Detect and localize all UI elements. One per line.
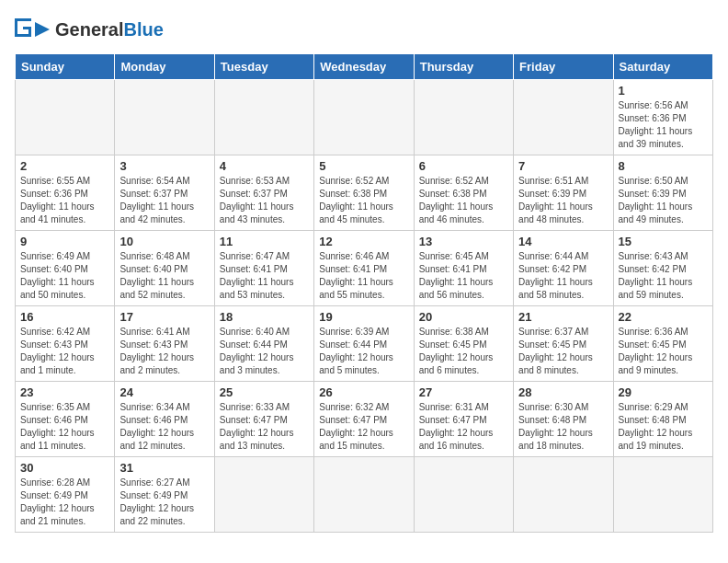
calendar-cell: 26Sunrise: 6:32 AM Sunset: 6:47 PM Dayli… — [314, 382, 414, 457]
weekday-header-wednesday: Wednesday — [314, 54, 414, 80]
page-header: GeneralBlue — [15, 15, 713, 44]
day-number: 11 — [220, 235, 309, 248]
day-number: 6 — [419, 159, 508, 173]
calendar-cell: 1Sunrise: 6:56 AM Sunset: 6:36 PM Daylig… — [613, 80, 712, 155]
day-info: Sunrise: 6:40 AM Sunset: 6:44 PM Dayligh… — [220, 326, 309, 377]
day-number: 28 — [518, 385, 608, 399]
day-info: Sunrise: 6:38 AM Sunset: 6:45 PM Dayligh… — [419, 326, 508, 377]
calendar-cell — [214, 457, 313, 533]
day-info: Sunrise: 6:28 AM Sunset: 6:49 PM Dayligh… — [20, 477, 109, 528]
calendar-cell — [613, 457, 712, 533]
day-info: Sunrise: 6:54 AM Sunset: 6:37 PM Dayligh… — [119, 175, 209, 226]
calendar-cell — [115, 80, 214, 155]
calendar-cell: 2Sunrise: 6:55 AM Sunset: 6:36 PM Daylig… — [16, 155, 115, 231]
day-info: Sunrise: 6:44 AM Sunset: 6:42 PM Dayligh… — [518, 250, 608, 302]
day-number: 27 — [419, 385, 508, 399]
day-info: Sunrise: 6:32 AM Sunset: 6:47 PM Dayligh… — [319, 401, 408, 453]
day-number: 29 — [619, 385, 708, 399]
day-number: 22 — [619, 310, 708, 324]
day-number: 14 — [518, 235, 608, 248]
day-number: 4 — [220, 159, 309, 173]
day-number: 2 — [20, 159, 109, 173]
day-number: 10 — [119, 235, 209, 248]
calendar-cell: 5Sunrise: 6:52 AM Sunset: 6:38 PM Daylig… — [314, 155, 414, 231]
calendar-cell: 24Sunrise: 6:34 AM Sunset: 6:46 PM Dayli… — [115, 382, 214, 457]
weekday-header-friday: Friday — [514, 54, 613, 80]
day-number: 24 — [119, 385, 209, 399]
day-info: Sunrise: 6:46 AM Sunset: 6:41 PM Dayligh… — [319, 250, 408, 302]
calendar-cell — [514, 457, 613, 533]
calendar-cell: 19Sunrise: 6:39 AM Sunset: 6:44 PM Dayli… — [314, 306, 414, 382]
calendar-cell — [314, 457, 414, 533]
day-info: Sunrise: 6:51 AM Sunset: 6:39 PM Dayligh… — [518, 175, 608, 226]
day-number: 23 — [20, 385, 109, 399]
day-number: 17 — [119, 310, 209, 324]
calendar-cell: 30Sunrise: 6:28 AM Sunset: 6:49 PM Dayli… — [16, 457, 115, 533]
day-number: 31 — [119, 461, 209, 475]
calendar-cell: 6Sunrise: 6:52 AM Sunset: 6:38 PM Daylig… — [414, 155, 513, 231]
calendar-cell: 14Sunrise: 6:44 AM Sunset: 6:42 PM Dayli… — [514, 231, 613, 306]
calendar-cell: 20Sunrise: 6:38 AM Sunset: 6:45 PM Dayli… — [414, 306, 513, 382]
day-number: 9 — [20, 235, 109, 248]
weekday-header-saturday: Saturday — [613, 54, 712, 80]
week-row-1: 2Sunrise: 6:55 AM Sunset: 6:36 PM Daylig… — [16, 155, 713, 231]
day-info: Sunrise: 6:55 AM Sunset: 6:36 PM Dayligh… — [20, 175, 109, 226]
day-number: 30 — [20, 461, 109, 475]
calendar-cell: 23Sunrise: 6:35 AM Sunset: 6:46 PM Dayli… — [16, 382, 115, 457]
day-number: 7 — [518, 159, 608, 173]
day-info: Sunrise: 6:53 AM Sunset: 6:37 PM Dayligh… — [220, 175, 309, 226]
logo-general: General — [55, 19, 123, 40]
day-info: Sunrise: 6:30 AM Sunset: 6:48 PM Dayligh… — [518, 401, 608, 453]
calendar-cell: 13Sunrise: 6:45 AM Sunset: 6:41 PM Dayli… — [414, 231, 513, 306]
svg-rect-4 — [28, 27, 31, 37]
day-number: 3 — [119, 159, 209, 173]
day-info: Sunrise: 6:56 AM Sunset: 6:36 PM Dayligh… — [619, 99, 708, 151]
day-number: 26 — [319, 385, 408, 399]
day-info: Sunrise: 6:47 AM Sunset: 6:41 PM Dayligh… — [220, 250, 309, 302]
calendar-cell: 21Sunrise: 6:37 AM Sunset: 6:45 PM Dayli… — [514, 306, 613, 382]
calendar-cell: 7Sunrise: 6:51 AM Sunset: 6:39 PM Daylig… — [514, 155, 613, 231]
day-info: Sunrise: 6:33 AM Sunset: 6:47 PM Dayligh… — [220, 401, 309, 453]
calendar-cell: 15Sunrise: 6:43 AM Sunset: 6:42 PM Dayli… — [613, 231, 712, 306]
day-number: 16 — [20, 310, 109, 324]
week-row-3: 16Sunrise: 6:42 AM Sunset: 6:43 PM Dayli… — [16, 306, 713, 382]
calendar-cell — [514, 80, 613, 155]
calendar-cell: 17Sunrise: 6:41 AM Sunset: 6:43 PM Dayli… — [115, 306, 214, 382]
day-info: Sunrise: 6:50 AM Sunset: 6:39 PM Dayligh… — [619, 175, 708, 226]
logo: GeneralBlue — [15, 15, 164, 44]
calendar-cell: 8Sunrise: 6:50 AM Sunset: 6:39 PM Daylig… — [613, 155, 712, 231]
calendar-cell: 27Sunrise: 6:31 AM Sunset: 6:47 PM Dayli… — [414, 382, 513, 457]
day-info: Sunrise: 6:52 AM Sunset: 6:38 PM Dayligh… — [319, 175, 408, 226]
day-info: Sunrise: 6:36 AM Sunset: 6:45 PM Dayligh… — [619, 326, 708, 377]
calendar-cell — [414, 80, 513, 155]
day-number: 19 — [319, 310, 408, 324]
svg-marker-5 — [35, 22, 50, 37]
day-info: Sunrise: 6:41 AM Sunset: 6:43 PM Dayligh… — [119, 326, 209, 377]
day-info: Sunrise: 6:27 AM Sunset: 6:49 PM Dayligh… — [119, 477, 209, 528]
logo-blue: Blue — [123, 19, 163, 40]
day-info: Sunrise: 6:52 AM Sunset: 6:38 PM Dayligh… — [419, 175, 508, 226]
calendar-cell: 11Sunrise: 6:47 AM Sunset: 6:41 PM Dayli… — [214, 231, 313, 306]
calendar-cell: 9Sunrise: 6:49 AM Sunset: 6:40 PM Daylig… — [16, 231, 115, 306]
calendar-cell: 25Sunrise: 6:33 AM Sunset: 6:47 PM Dayli… — [214, 382, 313, 457]
logo-text-area: GeneralBlue — [55, 19, 164, 40]
day-number: 15 — [619, 235, 708, 248]
weekday-header-row: SundayMondayTuesdayWednesdayThursdayFrid… — [16, 54, 713, 80]
day-info: Sunrise: 6:39 AM Sunset: 6:44 PM Dayligh… — [319, 326, 408, 377]
day-number: 20 — [419, 310, 508, 324]
calendar-cell — [314, 80, 414, 155]
day-info: Sunrise: 6:35 AM Sunset: 6:46 PM Dayligh… — [20, 401, 109, 453]
calendar-cell: 10Sunrise: 6:48 AM Sunset: 6:40 PM Dayli… — [115, 231, 214, 306]
calendar-cell: 22Sunrise: 6:36 AM Sunset: 6:45 PM Dayli… — [613, 306, 712, 382]
day-info: Sunrise: 6:37 AM Sunset: 6:45 PM Dayligh… — [518, 326, 608, 377]
weekday-header-sunday: Sunday — [16, 54, 115, 80]
day-number: 18 — [220, 310, 309, 324]
logo-svg-icon — [15, 15, 51, 44]
week-row-0: 1Sunrise: 6:56 AM Sunset: 6:36 PM Daylig… — [16, 80, 713, 155]
calendar-cell: 28Sunrise: 6:30 AM Sunset: 6:48 PM Dayli… — [514, 382, 613, 457]
day-number: 25 — [220, 385, 309, 399]
week-row-4: 23Sunrise: 6:35 AM Sunset: 6:46 PM Dayli… — [16, 382, 713, 457]
calendar-cell: 12Sunrise: 6:46 AM Sunset: 6:41 PM Dayli… — [314, 231, 414, 306]
calendar-cell: 31Sunrise: 6:27 AM Sunset: 6:49 PM Dayli… — [115, 457, 214, 533]
calendar-cell — [414, 457, 513, 533]
